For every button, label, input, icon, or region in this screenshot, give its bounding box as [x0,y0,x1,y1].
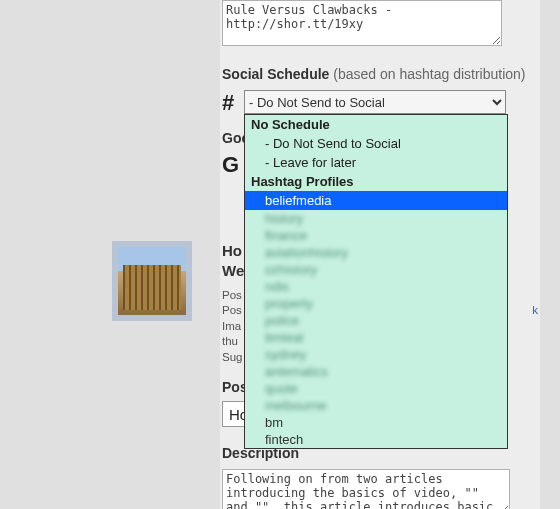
dropdown-option-selected[interactable]: beliefmedia [245,191,507,210]
dropdown-option-blurred[interactable]: sydney [245,346,507,363]
dropdown-option-blurred[interactable]: history [245,210,507,227]
description-textarea[interactable]: Following on from two articles introduci… [222,469,510,509]
dropdown-option-blurred[interactable]: finance [245,227,507,244]
hashtag-icon: # [222,90,244,116]
social-schedule-label: Social Schedule (based on hashtag distri… [222,66,540,82]
google-icon: G [222,152,244,178]
dropdown-option-blurred[interactable]: antematics [245,363,507,380]
social-schedule-dropdown: No Schedule - Do Not Send to Social - Le… [244,114,508,449]
dropdown-option[interactable]: fintech [245,431,507,448]
dropdown-option-blurred[interactable]: police [245,312,507,329]
thumbnail-image [118,247,186,315]
article-thumbnail[interactable] [112,241,192,321]
dropdown-group-hashtag-profiles: Hashtag Profiles [245,172,507,191]
dropdown-option-blurred[interactable]: property [245,295,507,312]
social-schedule-row: # - Do Not Send to Social No Schedule - … [222,90,540,116]
dropdown-option[interactable]: - Leave for later [245,153,507,172]
dropdown-option-blurred[interactable]: melbourne [245,397,507,414]
dropdown-option[interactable]: - Do Not Send to Social [245,134,507,153]
main-panel: Rule Versus Clawbacks - http://shor.tt/1… [220,0,540,509]
dropdown-option-blurred[interactable]: quote [245,380,507,397]
dropdown-group-no-schedule: No Schedule [245,115,507,134]
article-thumbnail-wrap [112,241,192,321]
dropdown-option-blurred[interactable]: ndis [245,278,507,295]
dropdown-option-blurred[interactable]: timteal [245,329,507,346]
social-schedule-select[interactable]: - Do Not Send to Social [244,90,506,114]
summary-textarea[interactable]: Rule Versus Clawbacks - http://shor.tt/1… [222,0,502,46]
social-schedule-select-wrap: - Do Not Send to Social No Schedule - Do… [244,90,506,114]
dropdown-option-blurred[interactable]: ozhistory [245,261,507,278]
dropdown-option-blurred[interactable]: aviationhistory [245,244,507,261]
article-meta-link[interactable]: k [532,303,538,319]
dropdown-option[interactable]: bm [245,414,507,431]
